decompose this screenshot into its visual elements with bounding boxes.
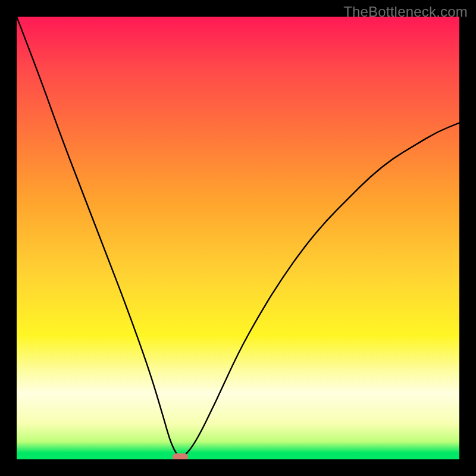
watermark-text: TheBottleneck.com bbox=[343, 4, 468, 20]
minimum-marker bbox=[173, 453, 188, 459]
bottleneck-curve bbox=[17, 17, 459, 459]
chart-frame: TheBottleneck.com bbox=[0, 0, 476, 476]
plot-area bbox=[17, 17, 459, 459]
